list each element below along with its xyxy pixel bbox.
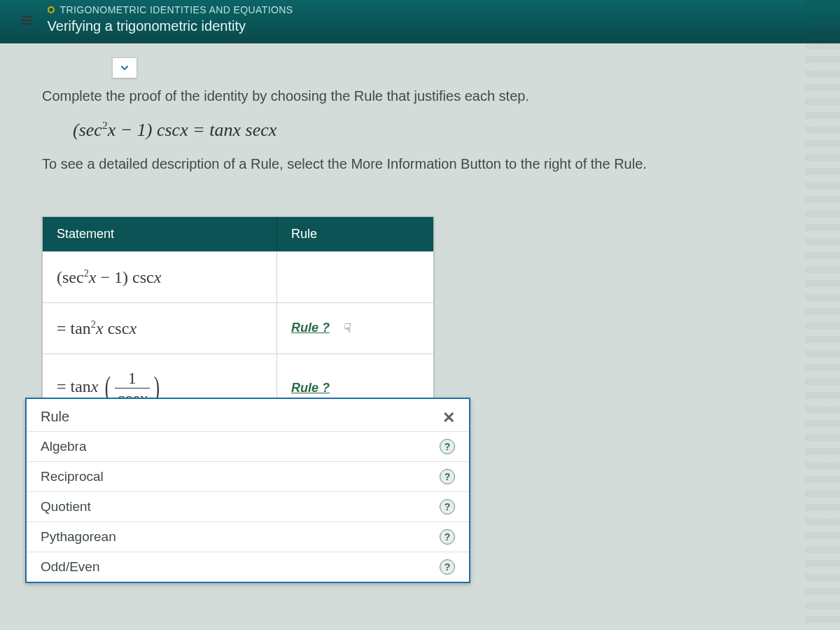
section-title: TRIGONOMETRIC IDENTITIES AND EQUATIONS — [48, 4, 293, 15]
dropdown-options: Algebra ? Reciprocal ? Quotient ? Pythag… — [27, 431, 469, 582]
page-title: Verifying a trigonometric identity — [48, 18, 293, 34]
proof-table: Statement Rule (sec2x − 1) cscx = tan2x … — [42, 216, 434, 423]
section-title-text: TRIGONOMETRIC IDENTITIES AND EQUATIONS — [60, 4, 293, 15]
rule-option-pythagorean[interactable]: Pythagorean ? — [27, 522, 469, 552]
info-button[interactable]: ? — [440, 439, 455, 454]
header-statement: Statement — [43, 217, 277, 251]
statement-cell: = tan2x cscx — [43, 303, 277, 354]
dropdown-header: Rule ✕ — [27, 399, 469, 431]
dropdown-title: Rule — [41, 409, 69, 427]
section-dot-icon — [48, 6, 55, 13]
hand-cursor-icon: ☟ — [344, 321, 351, 336]
proof-wrapper: Statement Rule (sec2x − 1) cscx = tan2x … — [42, 216, 805, 423]
app-header: ≡ TRIGONOMETRIC IDENTITIES AND EQUATIONS… — [0, 0, 840, 43]
rule-select-link[interactable]: Rule ? — [291, 321, 330, 335]
header-titles: TRIGONOMETRIC IDENTITIES AND EQUATIONS V… — [48, 0, 293, 41]
rule-option-reciprocal[interactable]: Reciprocal ? — [27, 461, 469, 491]
close-icon[interactable]: ✕ — [442, 409, 455, 427]
info-button[interactable]: ? — [440, 559, 455, 575]
statement-cell: (sec2x − 1) cscx — [43, 252, 277, 302]
header-rule: Rule — [277, 217, 433, 251]
rule-cell: Rule ? ☟ — [277, 303, 433, 354]
rule-dropdown-panel: Rule ✕ Algebra ? Reciprocal ? Quotient ?… — [25, 398, 470, 583]
info-button[interactable]: ? — [440, 529, 455, 545]
instruction-1: Complete the proof of the identity by ch… — [42, 85, 805, 106]
info-button[interactable]: ? — [440, 469, 455, 484]
option-label: Reciprocal — [41, 469, 104, 484]
menu-icon[interactable]: ≡ — [7, 0, 48, 41]
option-label: Algebra — [41, 439, 87, 454]
collapse-button[interactable] — [112, 57, 137, 78]
rule-option-quotient[interactable]: Quotient ? — [27, 491, 469, 522]
identity-equation: (sec2x − 1) cscx = tanx secx — [73, 119, 805, 141]
proof-table-header: Statement Rule — [43, 217, 433, 251]
rule-select-link[interactable]: Rule ? — [291, 381, 330, 396]
table-row: = tan2x cscx Rule ? ☟ — [43, 302, 433, 354]
content-area: Complete the proof of the identity by ch… — [0, 43, 840, 437]
rule-option-oddeven[interactable]: Odd/Even ? — [27, 552, 469, 582]
rule-option-algebra[interactable]: Algebra ? — [27, 431, 469, 461]
instruction-2: To see a detailed description of a Rule,… — [42, 153, 805, 174]
option-label: Pythagorean — [41, 529, 116, 545]
option-label: Odd/Even — [41, 559, 100, 575]
chevron-down-icon — [119, 62, 130, 74]
info-button[interactable]: ? — [440, 499, 455, 514]
option-label: Quotient — [41, 499, 91, 514]
rule-cell — [277, 252, 433, 302]
table-row: (sec2x − 1) cscx — [43, 251, 433, 302]
